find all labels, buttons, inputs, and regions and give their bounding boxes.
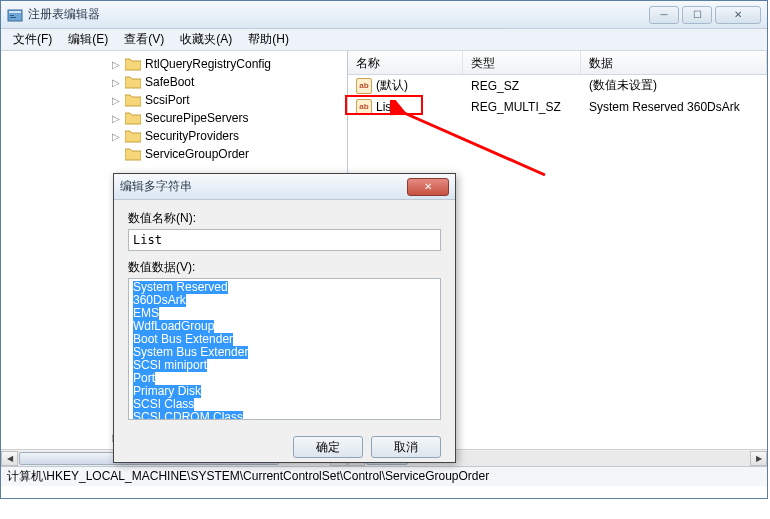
folder-icon <box>125 57 141 71</box>
list-header: 名称 类型 数据 <box>348 51 767 75</box>
tree-label: SafeBoot <box>145 75 194 89</box>
value-name: (默认) <box>376 77 408 94</box>
expand-icon[interactable]: ▷ <box>110 59 121 70</box>
value-data: System Reserved 360DsArk <box>581 98 767 116</box>
close-button[interactable]: ✕ <box>715 6 761 24</box>
tree-item[interactable]: ▷ SecurePipeServers <box>1 109 347 127</box>
ok-button[interactable]: 确定 <box>293 436 363 458</box>
value-row[interactable]: abList REG_MULTI_SZ System Reserved 360D… <box>348 96 767 117</box>
menu-favorites[interactable]: 收藏夹(A) <box>172 29 240 50</box>
tree-item[interactable]: ▷ RtlQueryRegistryConfig <box>1 55 347 73</box>
value-name-input[interactable] <box>128 229 441 251</box>
menu-view[interactable]: 查看(V) <box>116 29 172 50</box>
tree-item[interactable]: ▷ ScsiPort <box>1 91 347 109</box>
header-name[interactable]: 名称 <box>348 51 463 74</box>
tree-item[interactable]: ▷ SafeBoot <box>1 73 347 91</box>
folder-icon <box>125 129 141 143</box>
expand-icon[interactable]: ▷ <box>110 113 121 124</box>
value-type: REG_MULTI_SZ <box>463 98 581 116</box>
expand-icon[interactable]: ▷ <box>110 95 121 106</box>
scroll-right-button[interactable]: ▶ <box>750 451 767 466</box>
value-row[interactable]: ab(默认) REG_SZ (数值未设置) <box>348 75 767 96</box>
tree-label: SecurityProviders <box>145 129 239 143</box>
expand-icon[interactable]: ▷ <box>110 77 121 88</box>
folder-icon <box>125 75 141 89</box>
window-title: 注册表编辑器 <box>28 6 649 23</box>
tree-item[interactable]: ▷ SecurityProviders <box>1 127 347 145</box>
dialog-titlebar[interactable]: 编辑多字符串 ✕ <box>114 174 455 200</box>
dialog-close-button[interactable]: ✕ <box>407 178 449 196</box>
scroll-left-button[interactable]: ◀ <box>1 451 18 466</box>
window-controls: ─ ☐ ✕ <box>649 6 761 24</box>
expand-icon[interactable]: ▷ <box>110 131 121 142</box>
tree-item[interactable]: ServiceGroupOrder <box>1 145 347 163</box>
folder-icon <box>125 147 141 161</box>
statusbar: 计算机\HKEY_LOCAL_MACHINE\SYSTEM\CurrentCon… <box>1 466 767 486</box>
tree-label: SecurePipeServers <box>145 111 248 125</box>
menubar: 文件(F) 编辑(E) 查看(V) 收藏夹(A) 帮助(H) <box>1 29 767 51</box>
tree-label: ServiceGroupOrder <box>145 147 249 161</box>
titlebar[interactable]: 注册表编辑器 ─ ☐ ✕ <box>1 1 767 29</box>
value-type: REG_SZ <box>463 77 581 95</box>
tree-label: RtlQueryRegistryConfig <box>145 57 271 71</box>
svg-rect-1 <box>9 11 21 13</box>
value-data: (数值未设置) <box>581 75 767 96</box>
folder-icon <box>125 93 141 107</box>
dialog-body: 数值名称(N): 数值数据(V): System Reserved360DsAr… <box>114 200 455 430</box>
header-data[interactable]: 数据 <box>581 51 767 74</box>
registry-tree: ▷ RtlQueryRegistryConfig ▷ SafeBoot ▷ Sc… <box>1 51 347 167</box>
value-data-textarea[interactable]: System Reserved360DsArkEMSWdfLoadGroupBo… <box>128 278 441 420</box>
menu-help[interactable]: 帮助(H) <box>240 29 297 50</box>
svg-rect-2 <box>10 15 14 16</box>
tree-label: ScsiPort <box>145 93 190 107</box>
expand-icon[interactable] <box>110 149 121 160</box>
minimize-button[interactable]: ─ <box>649 6 679 24</box>
status-path: 计算机\HKEY_LOCAL_MACHINE\SYSTEM\CurrentCon… <box>7 468 489 485</box>
edit-multistring-dialog: 编辑多字符串 ✕ 数值名称(N): 数值数据(V): System Reserv… <box>113 173 456 463</box>
string-value-icon: ab <box>356 78 372 94</box>
svg-rect-3 <box>10 17 16 18</box>
string-value-icon: ab <box>356 99 372 115</box>
dialog-button-row: 确定 取消 <box>114 430 455 468</box>
folder-icon <box>125 111 141 125</box>
app-icon <box>7 7 23 23</box>
dialog-title: 编辑多字符串 <box>120 178 407 195</box>
header-type[interactable]: 类型 <box>463 51 581 74</box>
cancel-button[interactable]: 取消 <box>371 436 441 458</box>
maximize-button[interactable]: ☐ <box>682 6 712 24</box>
menu-file[interactable]: 文件(F) <box>5 29 60 50</box>
menu-edit[interactable]: 编辑(E) <box>60 29 116 50</box>
value-name: List <box>376 100 395 114</box>
value-name-label: 数值名称(N): <box>128 210 441 227</box>
value-data-label: 数值数据(V): <box>128 259 441 276</box>
